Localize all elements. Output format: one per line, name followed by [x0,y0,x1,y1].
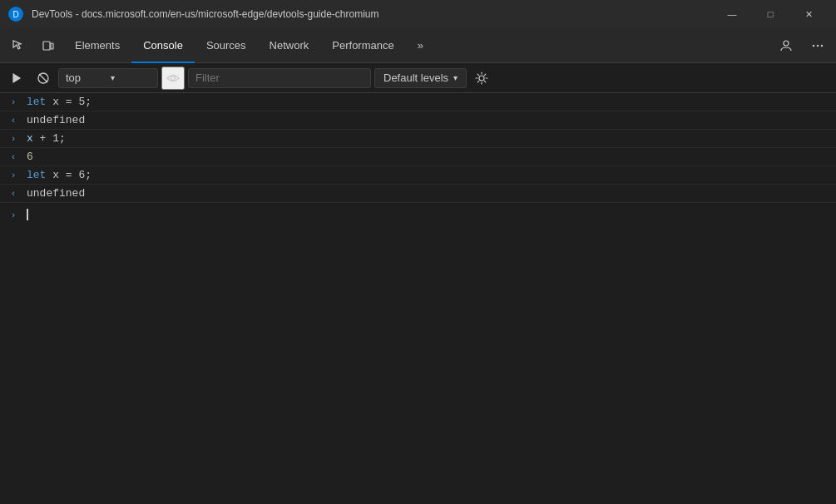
tab-performance[interactable]: Performance [320,28,405,63]
console-direction-icon: ‹ [0,114,27,126]
console-input-line[interactable]: › [0,203,836,226]
svg-point-5 [813,44,814,46]
console-line: › x + 1; [0,130,836,148]
levels-arrow-icon: ▾ [453,73,458,82]
console-direction-icon: › [0,169,27,180]
svg-point-7 [821,44,823,46]
console-entry-text: undefined [27,187,829,200]
maximize-button[interactable]: □ [751,0,789,28]
settings-button[interactable] [470,67,493,90]
clear-console-button[interactable] [32,67,55,90]
svg-point-11 [171,76,176,80]
console-line: › let x = 6; [0,166,836,185]
levels-label: Default levels [383,72,448,84]
svg-point-12 [479,76,484,81]
console-entry-text: let x = 6; [27,169,829,181]
sidebar-toggle-button[interactable] [5,67,28,90]
svg-rect-3 [51,43,53,49]
console-direction-icon: ‹ [0,187,27,199]
main-content: top ▾ Default levels ▾ › let x = 5; [0,63,836,504]
device-toggle-button[interactable] [33,31,63,61]
levels-dropdown[interactable]: Default levels ▾ [374,68,467,88]
svg-rect-2 [43,42,50,50]
nav-toolbar: Elements Console Sources Network Perform… [0,28,836,63]
minimize-button[interactable]: — [713,0,751,28]
inspect-element-button[interactable] [3,31,33,61]
tab-sources[interactable]: Sources [195,28,258,63]
console-direction-icon: ‹ [0,151,27,162]
svg-marker-8 [13,74,20,82]
console-line: ‹ undefined [0,111,836,130]
more-options-button[interactable] [803,31,833,61]
eye-button[interactable] [161,67,185,90]
console-toolbar: top ▾ Default levels ▾ [0,63,836,93]
tab-elements[interactable]: Elements [63,28,131,63]
console-line: ‹ 6 [0,148,836,166]
console-input[interactable] [27,209,829,221]
more-tabs-button[interactable]: » [406,28,435,63]
svg-point-6 [817,44,819,46]
context-value: top [66,72,106,84]
console-prompt-icon: › [0,209,27,220]
console-entry-text: undefined [27,114,829,126]
svg-text:D: D [12,10,18,19]
context-selector[interactable]: top ▾ [58,68,158,88]
toolbar-right [771,31,833,61]
console-direction-icon: › [0,96,27,107]
console-line: ‹ undefined [0,185,836,203]
filter-input[interactable] [188,68,371,88]
console-entry-text: 6 [27,151,829,163]
svg-point-4 [784,41,789,46]
console-entry-text: let x = 5; [27,96,829,108]
tab-network[interactable]: Network [258,28,321,63]
cursor [27,209,28,220]
console-entry-text: x + 1; [27,132,829,145]
app-icon: D [8,7,23,22]
context-arrow-icon: ▾ [111,73,151,82]
account-button[interactable] [771,31,801,61]
console-output[interactable]: › let x = 5; ‹ undefined › x + 1; ‹ 6 › … [0,93,836,504]
console-line: › let x = 5; [0,93,836,111]
titlebar: D DevTools - docs.microsoft.com/en-us/mi… [0,0,836,28]
close-button[interactable]: ✕ [789,0,828,28]
window-controls: — □ ✕ [713,0,828,28]
console-direction-icon: › [0,132,27,144]
tab-console[interactable]: Console [131,28,195,63]
window-title: DevTools - docs.microsoft.com/en-us/micr… [32,8,705,20]
svg-line-10 [39,74,47,82]
